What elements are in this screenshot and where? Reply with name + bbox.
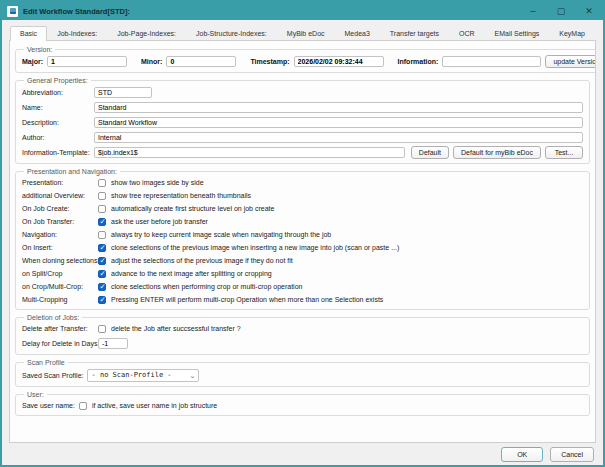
tab-medea3[interactable]: Medea3 <box>335 26 380 41</box>
option-row: On Job Create: automatically create firs… <box>22 202 583 215</box>
edit-workflow-dialog: Edit Workflow Standard[STD]: – ▢ ✕ Basic… <box>0 0 605 467</box>
multi-crop-enter-checkbox[interactable] <box>98 296 106 304</box>
basic-tab-page: Version: Major: Minor: Timestamp: Inform… <box>9 40 596 443</box>
major-label: Major: <box>22 58 43 65</box>
option-row: When cloning selections: adjust the sele… <box>22 254 583 267</box>
clone-selections-on-insert-checkbox[interactable] <box>98 244 106 252</box>
show-two-images-checkbox[interactable] <box>98 179 106 187</box>
adjust-selections-checkbox[interactable] <box>98 257 106 265</box>
option-row: additional Overview: show tree represent… <box>22 189 583 202</box>
minimize-icon[interactable]: – <box>527 7 539 16</box>
option-row: On Job Transfer: ask the user before job… <box>22 215 583 228</box>
tab-job-indexes[interactable]: Job-Indexes: <box>47 26 107 41</box>
delete-after-transfer-checkbox[interactable] <box>98 325 106 333</box>
tab-transfer-targets[interactable]: Transfer targets <box>380 26 449 41</box>
abbreviation-input[interactable] <box>94 87 152 98</box>
deletion-of-jobs-group: Deletion of Jobs: Delete after Transfer:… <box>15 314 590 355</box>
delay-for-delete-input[interactable] <box>98 338 128 349</box>
advance-after-split-checkbox[interactable] <box>98 270 106 278</box>
timestamp-input[interactable] <box>294 56 384 67</box>
timestamp-label: Timestamp: <box>250 58 289 65</box>
close-icon[interactable]: ✕ <box>583 7 595 16</box>
save-user-name-checkbox[interactable] <box>79 402 87 410</box>
presentation-navigation-legend: Presentation and Navigation: <box>24 168 120 175</box>
scan-profile-group: Scan Profile Saved Scan Profile: - no Sc… <box>15 359 590 387</box>
auto-create-structure-checkbox[interactable] <box>98 205 106 213</box>
saved-scan-profile-label: Saved Scan Profile: <box>22 372 83 379</box>
general-properties-legend: General Properties: <box>24 77 91 84</box>
author-label: Author: <box>22 134 94 141</box>
user-group: User: Save user name: if active, save us… <box>15 391 590 416</box>
general-properties-group: General Properties: Abbreviation: Name: … <box>15 77 590 164</box>
option-row: on Split/Crop advance to the next image … <box>22 267 583 280</box>
ok-button[interactable]: OK <box>501 447 543 462</box>
tab-bar: Basic Job-Indexes: Job-Page-Indexes: Job… <box>2 20 603 40</box>
name-input[interactable] <box>94 102 583 113</box>
delay-for-delete-label: Delay for Delete in Days: <box>22 340 98 347</box>
window-title: Edit Workflow Standard[STD]: <box>23 7 522 16</box>
information-template-input[interactable] <box>94 147 405 158</box>
delete-after-transfer-label: Delete after Transfer: <box>22 325 98 332</box>
title-bar: Edit Workflow Standard[STD]: – ▢ ✕ <box>2 2 603 20</box>
name-label: Name: <box>22 104 94 111</box>
option-row: On Insert: clone selections of the previ… <box>22 241 583 254</box>
cancel-button[interactable]: Cancel <box>550 447 594 462</box>
save-user-name-label: Save user name: <box>22 402 75 409</box>
major-input[interactable] <box>47 56 127 67</box>
version-legend: Version: <box>24 46 55 53</box>
information-template-label: Information-Template: <box>22 149 94 156</box>
app-icon <box>7 6 18 17</box>
tab-job-structure-indexes[interactable]: Job-Structure-Indexes: <box>186 26 277 41</box>
scan-profile-legend: Scan Profile <box>24 359 68 366</box>
version-group: Version: Major: Minor: Timestamp: Inform… <box>15 46 596 73</box>
author-input[interactable] <box>94 132 583 143</box>
presentation-navigation-group: Presentation and Navigation: Presentatio… <box>15 168 590 310</box>
option-row: Multi-Cropping Pressing ENTER will perfo… <box>22 293 583 306</box>
option-row: on Crop/Multi-Crop: clone selections whe… <box>22 280 583 293</box>
tab-basic[interactable]: Basic <box>10 26 47 41</box>
option-row: Navigation: always try to keep current i… <box>22 228 583 241</box>
information-label: Information: <box>398 58 439 65</box>
information-input[interactable] <box>442 56 541 67</box>
option-row: Presentation: show two images side by si… <box>22 176 583 189</box>
tab-email-settings[interactable]: EMail Settings <box>485 26 550 41</box>
update-version-button[interactable]: update Version... <box>545 55 596 68</box>
deletion-of-jobs-legend: Deletion of Jobs: <box>24 314 82 321</box>
minor-input[interactable] <box>166 56 236 67</box>
tab-job-page-indexes[interactable]: Job-Page-Indexes: <box>107 26 186 41</box>
abbreviation-label: Abbreviation: <box>22 89 94 96</box>
tab-mybib-edoc[interactable]: MyBib eDoc <box>277 26 335 41</box>
show-tree-representation-checkbox[interactable] <box>98 192 106 200</box>
saved-scan-profile-select[interactable]: - no Scan-Profile - ⌄ <box>87 369 199 382</box>
ask-before-transfer-checkbox[interactable] <box>98 218 106 226</box>
description-label: Description: <box>22 119 94 126</box>
keep-image-scale-checkbox[interactable] <box>98 231 106 239</box>
dialog-footer: OK Cancel <box>2 443 603 465</box>
chevron-down-icon: ⌄ <box>190 372 196 379</box>
test-button[interactable]: Test... <box>545 146 583 159</box>
default-button[interactable]: Default <box>411 146 449 159</box>
user-legend: User: <box>24 391 47 398</box>
default-for-mybib-edoc-button[interactable]: Default for myBib eDoc <box>453 146 541 159</box>
maximize-icon[interactable]: ▢ <box>555 7 567 16</box>
description-input[interactable] <box>94 117 583 128</box>
tab-keymap[interactable]: KeyMap <box>549 26 595 41</box>
tab-ocr[interactable]: OCR <box>449 26 485 41</box>
clone-selections-on-crop-checkbox[interactable] <box>98 283 106 291</box>
minor-label: Minor: <box>141 58 162 65</box>
